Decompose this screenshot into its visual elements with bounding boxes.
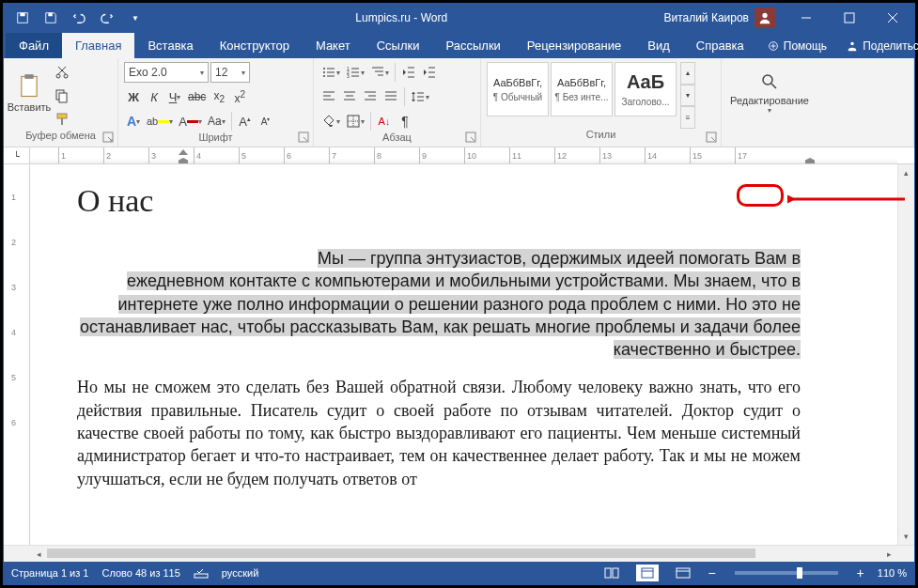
- font-size-select[interactable]: 12▾: [210, 62, 250, 83]
- align-left-button[interactable]: [319, 86, 338, 107]
- svg-rect-21: [61, 118, 63, 125]
- share-button[interactable]: Поделиться: [836, 34, 918, 58]
- shading-button[interactable]: ▾: [319, 111, 342, 132]
- bullet-list-button[interactable]: ▾: [319, 62, 342, 83]
- tab-review[interactable]: Рецензирование: [514, 33, 634, 58]
- tab-help[interactable]: Справка: [683, 33, 757, 58]
- minimize-button[interactable]: [785, 4, 828, 32]
- style-heading1[interactable]: АаБЗаголово...: [615, 62, 677, 116]
- change-case-button[interactable]: Aa▾: [206, 111, 227, 132]
- status-page[interactable]: Страница 1 из 1: [11, 567, 88, 579]
- user-account[interactable]: Виталий Каиров: [654, 8, 785, 28]
- redo-icon[interactable]: [94, 7, 120, 29]
- ruler-tick: 10: [464, 147, 476, 163]
- svg-rect-1: [20, 13, 24, 17]
- sort-button[interactable]: А↓: [375, 111, 394, 132]
- line-spacing-button[interactable]: ▾: [409, 86, 431, 107]
- increase-indent-button[interactable]: [420, 62, 439, 83]
- svg-rect-70: [605, 568, 611, 578]
- highlight-button[interactable]: ab▾: [145, 111, 175, 132]
- tab-selector[interactable]: └: [4, 147, 30, 163]
- grow-font-button[interactable]: A▴: [236, 111, 255, 132]
- vruler-tick: 5: [11, 373, 16, 382]
- group-paragraph-label: Абзац: [319, 132, 475, 146]
- qat-customize-icon[interactable]: ▼: [122, 7, 148, 29]
- style-normal[interactable]: АаБбВвГг,¶ Обычный: [487, 62, 549, 116]
- style-no-spacing[interactable]: АаБбВвГг,¶ Без инте...: [551, 62, 613, 116]
- styles-scroll-down[interactable]: ▾: [680, 85, 695, 107]
- zoom-out-button[interactable]: −: [708, 565, 715, 580]
- styles-dialog-launcher[interactable]: [706, 132, 717, 143]
- borders-button[interactable]: ▾: [344, 111, 366, 132]
- spellcheck-icon[interactable]: [194, 565, 209, 580]
- paste-button[interactable]: Вставить: [9, 62, 49, 124]
- right-indent-marker[interactable]: [805, 158, 815, 163]
- superscript-button[interactable]: x2: [230, 86, 249, 107]
- cut-icon[interactable]: [53, 62, 71, 83]
- maximize-button[interactable]: [828, 4, 871, 32]
- editing-button[interactable]: Редактирование ▾: [727, 62, 812, 124]
- page-canvas[interactable]: О нас Мы — группа энтузиастов, одержимых…: [30, 164, 897, 545]
- tab-file[interactable]: Файл: [6, 33, 62, 58]
- tab-view[interactable]: Вид: [634, 33, 683, 58]
- multilevel-list-button[interactable]: ▾: [368, 62, 391, 83]
- bold-button[interactable]: Ж: [124, 86, 143, 107]
- svg-rect-74: [677, 568, 690, 578]
- zoom-slider[interactable]: [735, 571, 838, 575]
- scroll-up-icon[interactable]: ▴: [898, 164, 914, 181]
- zoom-level[interactable]: 110 %: [878, 567, 907, 579]
- close-button[interactable]: [871, 4, 914, 32]
- svg-rect-20: [57, 114, 67, 118]
- left-indent-marker[interactable]: [179, 158, 188, 163]
- undo-icon[interactable]: [66, 7, 92, 29]
- save-icon[interactable]: [38, 7, 64, 29]
- decrease-indent-button[interactable]: [399, 62, 418, 83]
- paragraph-1: Мы — группа энтузиастов, одержимых идеей…: [77, 247, 801, 361]
- font-name-select[interactable]: Exo 2.0▾: [124, 62, 209, 83]
- read-mode-icon[interactable]: [600, 565, 623, 581]
- horizontal-scrollbar[interactable]: ◂ ▸: [4, 545, 914, 562]
- tab-insert[interactable]: Вставка: [134, 33, 206, 58]
- vertical-scrollbar[interactable]: ▴ ▾: [897, 164, 914, 545]
- clipboard-dialog-launcher[interactable]: [102, 132, 114, 143]
- h-scroll-thumb[interactable]: [47, 549, 755, 558]
- paragraph-marks-button[interactable]: ¶: [396, 111, 414, 132]
- status-language[interactable]: русский: [222, 567, 258, 579]
- horizontal-ruler[interactable]: └ 12345678910111213141517: [4, 147, 914, 164]
- underline-button[interactable]: Ч▾: [165, 86, 184, 107]
- tab-design[interactable]: Конструктор: [207, 33, 303, 58]
- print-layout-icon[interactable]: [636, 565, 659, 581]
- text-effects-button[interactable]: A▾: [124, 111, 143, 132]
- numbered-list-button[interactable]: 123▾: [344, 62, 366, 83]
- font-color-button[interactable]: A▾: [177, 111, 204, 132]
- scroll-left-icon[interactable]: ◂: [30, 546, 47, 562]
- web-layout-icon[interactable]: [672, 565, 694, 581]
- scroll-down-icon[interactable]: ▾: [898, 528, 914, 545]
- autosave-icon[interactable]: [9, 7, 36, 29]
- strikethrough-button[interactable]: abc: [186, 86, 208, 107]
- title-bar: ▼ Lumpics.ru - Word Виталий Каиров: [4, 4, 914, 32]
- styles-scroll-up[interactable]: ▴: [680, 62, 695, 85]
- align-center-button[interactable]: [340, 86, 359, 107]
- align-justify-button[interactable]: [381, 86, 400, 107]
- scroll-right-icon[interactable]: ▸: [880, 546, 897, 562]
- align-right-button[interactable]: [361, 86, 380, 107]
- tell-me-button[interactable]: Помощь: [757, 34, 836, 58]
- first-line-indent-marker[interactable]: [179, 149, 188, 155]
- format-painter-icon[interactable]: [53, 109, 71, 130]
- copy-icon[interactable]: [53, 85, 71, 106]
- italic-button[interactable]: К: [145, 86, 163, 107]
- status-words[interactable]: Слово 48 из 115: [101, 567, 179, 579]
- subscript-button[interactable]: x2: [210, 86, 228, 107]
- paragraph-dialog-launcher[interactable]: [465, 132, 476, 143]
- shrink-font-button[interactable]: A▾: [257, 111, 275, 132]
- styles-expand[interactable]: ≡: [680, 106, 695, 129]
- tab-home[interactable]: Главная: [62, 33, 134, 58]
- tab-references[interactable]: Ссылки: [364, 33, 433, 58]
- vertical-ruler[interactable]: 123456: [4, 164, 30, 545]
- zoom-in-button[interactable]: +: [857, 565, 864, 580]
- tab-layout[interactable]: Макет: [303, 33, 364, 58]
- svg-point-25: [323, 71, 325, 73]
- font-dialog-launcher[interactable]: [298, 132, 309, 143]
- tab-mailings[interactable]: Рассылки: [432, 33, 513, 58]
